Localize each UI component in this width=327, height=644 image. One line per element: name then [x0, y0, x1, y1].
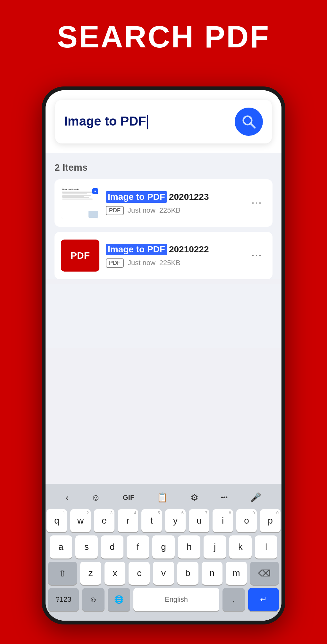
text-cursor	[147, 115, 148, 129]
file-name-rest: 20201223	[169, 192, 209, 202]
shift-key[interactable]: ⇧	[48, 562, 77, 585]
items-count: 2 Items	[55, 162, 272, 173]
keyboard-mic-button[interactable]: 🎤	[247, 490, 264, 505]
file-time: Just now	[128, 206, 155, 215]
keyboard-row-3: ⇧ z x c v b n m ⌫	[48, 562, 279, 585]
keyboard-bottom-row: ?123 ☺ 🌐 English . ↵	[48, 588, 279, 611]
key-l[interactable]: l	[255, 535, 277, 558]
file-name-highlight: Image to PDF	[106, 191, 167, 203]
app-title: SEARCH PDF	[13, 19, 314, 54]
file-size: 225KB	[159, 259, 180, 267]
key-j[interactable]: j	[204, 535, 226, 558]
pdf-icon-text: PDF	[71, 250, 90, 261]
globe-key[interactable]: 🌐	[108, 588, 130, 611]
image-placeholder	[88, 211, 98, 218]
svg-line-1	[250, 123, 255, 128]
search-area: Image to PDF	[46, 90, 281, 153]
search-icon	[241, 114, 257, 130]
results-area: 2 Items Montreal trends ♥	[46, 153, 281, 279]
keyboard-settings-button[interactable]: ⚙	[187, 490, 202, 505]
search-button[interactable]	[235, 108, 263, 136]
key-e[interactable]: e3	[94, 509, 114, 532]
keyboard-row-2: a s d f g h j k l	[48, 535, 279, 558]
key-v[interactable]: v	[153, 562, 174, 585]
file-name-row: Image to PDF 20201223	[106, 191, 247, 203]
pdf-badge: PDF	[106, 258, 124, 268]
keyboard-back-button[interactable]: ‹	[63, 491, 72, 505]
keyboard-emoji-toolbar-button[interactable]: ☺	[88, 491, 104, 505]
key-m[interactable]: m	[226, 562, 247, 585]
more-options-button[interactable]: ⋮	[247, 195, 266, 212]
key-p[interactable]: p0	[260, 509, 281, 532]
pdf-thumbnail: PDF	[61, 240, 99, 272]
file-name-rest: 20210222	[169, 244, 209, 255]
key-d[interactable]: d	[101, 535, 123, 558]
file-item[interactable]: Montreal trends ♥ Image to PDF 20	[55, 179, 272, 227]
emoji-key[interactable]: ☺	[82, 588, 105, 611]
key-z[interactable]: z	[80, 562, 101, 585]
key-u[interactable]: u7	[189, 509, 209, 532]
key-k[interactable]: k	[229, 535, 252, 558]
period-key[interactable]: .	[222, 588, 245, 611]
file-info-2: Image to PDF 20210222 PDF Just now 225KB	[106, 244, 247, 268]
enter-key[interactable]: ↵	[248, 588, 279, 611]
key-y[interactable]: y6	[165, 509, 186, 532]
thumbnail-screenshot: Montreal trends ♥	[61, 187, 99, 219]
file-meta-row: PDF Just now 225KB	[106, 258, 247, 268]
keyboard-clipboard-button[interactable]: 📋	[154, 490, 171, 505]
file-time: Just now	[128, 259, 155, 267]
key-n[interactable]: n	[202, 562, 223, 585]
key-b[interactable]: b	[177, 562, 198, 585]
file-name-highlight: Image to PDF	[106, 244, 167, 255]
keyboard-row-1: q1 w2 e3 r4 t5 y6 u7 i8 o9 p0	[48, 509, 279, 532]
file-item[interactable]: PDF Image to PDF 20210222 PDF Just now 2…	[55, 232, 272, 279]
file-meta-row: PDF Just now 225KB	[106, 206, 247, 215]
more-options-button[interactable]: ⋮	[247, 247, 266, 264]
keyboard-gif-button[interactable]: GIF	[120, 492, 138, 504]
key-s[interactable]: s	[75, 535, 98, 558]
key-o[interactable]: o9	[236, 509, 257, 532]
key-r[interactable]: r4	[118, 509, 138, 532]
keyboard: ‹ ☺ GIF 📋 ⚙ ••• 🎤 q1 w2 e3 r4 t5 y6 u7 i…	[46, 484, 281, 621]
keyboard-more-button[interactable]: •••	[218, 492, 231, 503]
num-switch-key[interactable]: ?123	[48, 588, 79, 611]
key-q[interactable]: q1	[46, 509, 67, 532]
key-i[interactable]: i8	[213, 509, 233, 532]
header-area: SEARCH PDF	[0, 0, 327, 67]
key-x[interactable]: x	[105, 562, 126, 585]
phone-mockup: Image to PDF 2 Items Montreal trends	[42, 86, 285, 624]
search-input[interactable]: Image to PDF	[64, 114, 230, 129]
search-bar[interactable]: Image to PDF	[55, 100, 272, 143]
file-size: 225KB	[159, 206, 180, 215]
key-t[interactable]: t5	[141, 509, 162, 532]
file-thumbnail-1: Montreal trends ♥	[61, 187, 99, 219]
key-h[interactable]: h	[178, 535, 200, 558]
key-g[interactable]: g	[152, 535, 175, 558]
file-name-row: Image to PDF 20210222	[106, 244, 247, 255]
heart-icon: ♥	[92, 188, 98, 194]
phone-screen: Image to PDF 2 Items Montreal trends	[46, 90, 281, 621]
empty-results-area	[46, 284, 281, 348]
key-a[interactable]: a	[50, 535, 72, 558]
space-key[interactable]: English	[133, 588, 219, 611]
file-thumbnail-2: PDF	[61, 240, 99, 272]
key-c[interactable]: c	[129, 562, 150, 585]
keyboard-toolbar: ‹ ☺ GIF 📋 ⚙ ••• 🎤	[48, 487, 279, 509]
key-w[interactable]: w2	[70, 509, 91, 532]
file-info-1: Image to PDF 20201223 PDF Just now 225KB	[106, 191, 247, 215]
backspace-key[interactable]: ⌫	[250, 562, 279, 585]
key-f[interactable]: f	[127, 535, 149, 558]
pdf-badge: PDF	[106, 206, 124, 215]
